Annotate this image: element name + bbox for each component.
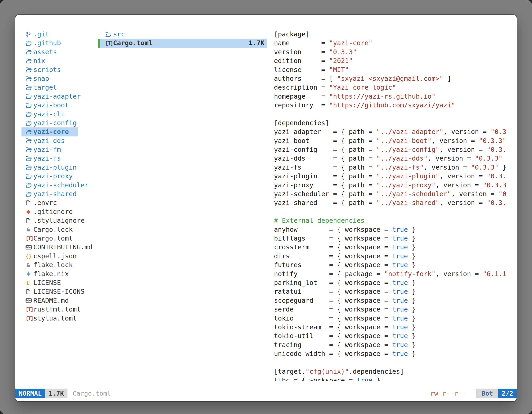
folder-icon [26, 94, 33, 99]
folder-icon [26, 40, 33, 46]
file-row[interactable]: yazi-boot [21, 101, 78, 110]
file-row[interactable]: [T]stylua.toml [21, 314, 86, 323]
file-preview-pane[interactable]: [package]name = "yazi-core"version = "0.… [274, 30, 509, 381]
preview-line: authors = [ "sxyazi <sxyazi@gmail.com>" … [274, 74, 509, 83]
file-name: .envrc [33, 198, 57, 207]
file-row[interactable]: [T]Cargo.toml1.7K [98, 39, 267, 48]
file-name: README.md [33, 296, 69, 305]
file-row[interactable]: yazi-dds [21, 136, 74, 145]
file-row[interactable]: yazi-proxy [21, 172, 82, 181]
preview-line: name = "yazi-core" [274, 39, 509, 48]
file-row[interactable]: .gitignore [21, 207, 82, 216]
file-name: yazi-shared [33, 190, 77, 198]
file-row[interactable]: yazi-shared [21, 190, 86, 198]
file-row[interactable]: flake.lock [21, 260, 82, 270]
file-icon [26, 289, 33, 295]
file-row[interactable]: snap [21, 74, 58, 83]
file-name: LICENSE [33, 278, 61, 287]
file-name: yazi-adapter [33, 92, 81, 101]
file-row[interactable]: .github [21, 39, 70, 48]
preview-line: yazi-scheduler = { path = "../yazi-sched… [274, 190, 509, 198]
file-size-badge: 1.7K [45, 389, 67, 398]
file-row[interactable]: target [21, 83, 66, 92]
folder-icon [26, 76, 33, 82]
file-row[interactable]: yazi-fm [21, 145, 70, 154]
json-icon: {} [26, 254, 33, 259]
current-directory-pane: src[T]Cargo.toml1.7K [98, 30, 267, 381]
file-counter-badge: 2/2 [498, 389, 517, 398]
file-row[interactable]: README.md [21, 296, 78, 305]
file-row[interactable]: assets [21, 48, 66, 57]
file-row[interactable]: {}cspell.json [21, 252, 86, 260]
file-row[interactable]: yazi-cli [21, 110, 74, 119]
preview-line: yazi-proxy = { path = "../yazi-proxy", v… [274, 181, 509, 190]
file-row[interactable]: [T]rustfmt.toml [21, 305, 90, 314]
file-name: yazi-plugin [33, 163, 77, 172]
file-row[interactable]: yazi-fs [21, 154, 70, 163]
file-row[interactable]: yazi-adapter [21, 92, 90, 101]
preview-line: scopeguard = { workspace = true } [274, 296, 509, 305]
git-ignore-icon [26, 209, 33, 215]
file-name: src [113, 30, 125, 39]
preview-line: repository = "https://github.com/sxyazi/… [274, 101, 509, 110]
preview-line: homepage = "https://yazi-rs.github.io" [274, 92, 509, 101]
file-row[interactable]: [T]Cargo.toml [21, 234, 82, 243]
folder-icon [26, 191, 33, 197]
preview-line: # External dependencies [274, 216, 509, 225]
preview-line: tokio = { workspace = true } [274, 314, 509, 323]
preview-line: yazi-fs = { path = "../yazi-fs", version… [274, 163, 509, 172]
folder-icon [26, 129, 33, 135]
file-name: .styluaignore [33, 216, 85, 225]
folder-icon [26, 156, 33, 161]
preview-line: yazi-dds = { path = "../yazi-dds", versi… [274, 154, 509, 163]
preview-line: version = "0.3.3" [274, 48, 509, 57]
file-name: Cargo.lock [33, 225, 73, 234]
preview-line: libc = { workspace = true } [274, 376, 509, 381]
license-icon [26, 280, 33, 286]
preview-line: [package] [274, 30, 509, 39]
file-row[interactable]: yazi-plugin [21, 163, 86, 172]
file-row[interactable]: Cargo.lock [21, 225, 82, 234]
file-row[interactable]: .envrc [21, 198, 66, 207]
folder-icon [26, 85, 33, 90]
file-row[interactable]: nix [21, 57, 55, 65]
folder-icon [26, 111, 33, 117]
preview-line: yazi-plugin = { path = "../yazi-plugin",… [274, 172, 509, 181]
panes-container: .git.githubassetsnixscriptssnaptargetyaz… [21, 30, 509, 381]
file-name: rustfmt.toml [33, 305, 81, 314]
file-row[interactable]: scripts [21, 66, 70, 74]
markdown-icon [26, 245, 33, 250]
lock-icon [26, 262, 33, 268]
file-row[interactable]: LICENSE-ICONS [21, 287, 92, 296]
file-row[interactable]: yazi-scheduler [21, 181, 92, 190]
preview-line: anyhow = { workspace = true } [274, 225, 509, 234]
preview-line [274, 207, 509, 216]
preview-line: license = "MIT" [274, 66, 509, 74]
file-name: .gitignore [33, 207, 73, 216]
file-row[interactable]: yazi-core [21, 127, 78, 136]
file-row[interactable]: LICENSE [21, 278, 70, 287]
file-row[interactable]: yazi-config [21, 119, 86, 127]
selection-marker [98, 39, 100, 48]
folder-icon [26, 165, 33, 170]
file-name: yazi-core [33, 127, 69, 136]
preview-line: parking_lot = { workspace = true } [274, 278, 509, 287]
file-row[interactable]: CONTRIBUTING.md [21, 243, 92, 251]
preview-line: crossterm = { workspace = true } [274, 243, 509, 251]
preview-line [274, 358, 509, 367]
folder-icon [26, 103, 33, 108]
preview-line: yazi-boot = { path = "../yazi-boot", ver… [274, 136, 509, 145]
file-row[interactable]: flake.nix [21, 270, 78, 278]
preview-line: notify = { package = "notify-fork", vers… [274, 270, 509, 278]
preview-line: ratatui = { workspace = true } [274, 287, 509, 296]
file-name: Cargo.toml [33, 234, 73, 243]
file-row[interactable]: src [98, 30, 267, 39]
lock-icon [26, 227, 33, 232]
file-row[interactable]: .styluaignore [21, 216, 92, 225]
file-name: yazi-scheduler [33, 181, 88, 190]
file-name: .git [33, 30, 49, 39]
status-filename: Cargo.toml [73, 389, 111, 398]
file-row[interactable]: .git [21, 30, 58, 39]
preview-line: yazi-shared = { path = "../yazi-shared",… [274, 198, 509, 207]
folder-icon [105, 31, 113, 37]
